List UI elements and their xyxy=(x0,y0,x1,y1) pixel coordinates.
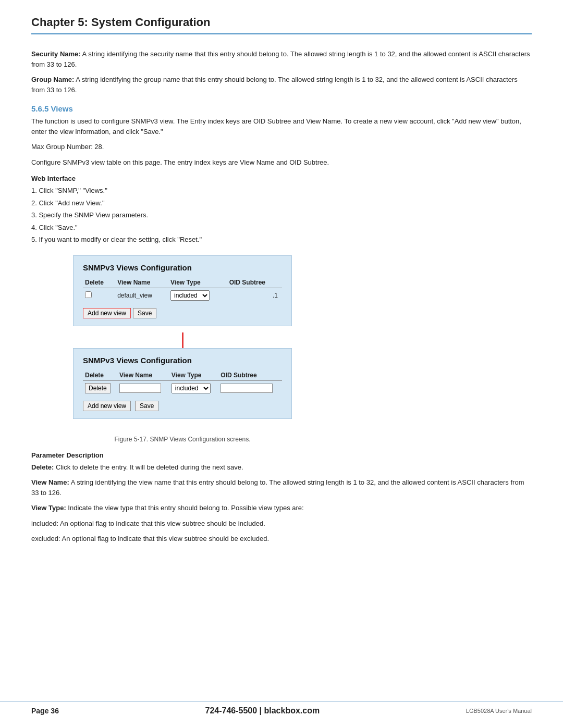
oid-subtree-input-2[interactable] xyxy=(221,384,273,393)
section-number: 5.6.5 xyxy=(31,104,48,113)
config-table-2: Delete View Name View Type OID Subtree D… xyxy=(83,370,282,396)
security-name-label: Security Name: xyxy=(31,50,81,58)
col-oid-subtree-1: OID Subtree xyxy=(227,277,282,288)
view-type-select-1[interactable]: included excluded xyxy=(170,290,210,301)
view-type-param-text: Indicate the view type that this entry s… xyxy=(68,504,303,512)
figure-caption: Figure 5-17. SNMP Views Configuration sc… xyxy=(73,436,292,443)
col-view-name-1: View Name xyxy=(115,277,168,288)
view-name-input-cell-2[interactable] xyxy=(117,380,169,396)
arrow-container xyxy=(73,332,292,348)
checkbox-cell-1[interactable] xyxy=(83,288,115,303)
view-type-select-2[interactable]: included excluded xyxy=(172,383,211,393)
col-view-type-2: View Type xyxy=(169,370,218,381)
step-5: 5. If you want to modify or clear the se… xyxy=(31,235,532,245)
config-box1-title: SNMPv3 Views Configuration xyxy=(83,263,282,272)
page-footer: Page 36 724-746-5500 | blackbox.com LGB5… xyxy=(0,701,563,715)
included-text: included: An optional flag to indicate t… xyxy=(31,519,532,529)
param-desc-heading: Parameter Description xyxy=(31,451,532,459)
step-1: 1. Click "SNMP," "Views." xyxy=(31,186,532,196)
config-box2-buttons: Add new view Save xyxy=(83,401,282,411)
section-max-group: Max Group Number: 28. xyxy=(31,142,532,152)
view-name-param-label: View Name: xyxy=(31,478,69,486)
col-delete-1: Delete xyxy=(83,277,115,288)
footer-website: blackbox.com xyxy=(264,706,320,715)
security-name-text: A string identifying the security name t… xyxy=(31,50,530,68)
security-name-para: Security Name: A string identifying the … xyxy=(31,49,532,69)
view-type-cell-2[interactable]: included excluded xyxy=(169,380,218,396)
col-view-name-2: View Name xyxy=(117,370,169,381)
delete-btn-2[interactable]: Delete xyxy=(85,383,111,393)
delete-param-para: Delete: Click to delete the entry. It wi… xyxy=(31,462,532,473)
footer-page-label: Page 36 xyxy=(31,707,59,715)
group-name-text: A string identifying the group name that… xyxy=(31,76,518,94)
table-row: default_view included excluded .1 xyxy=(83,288,282,303)
group-name-para: Group Name: A string identifying the gro… xyxy=(31,75,532,95)
col-delete-2: Delete xyxy=(83,370,117,381)
view-type-param-para: View Type: Indicate the view type that t… xyxy=(31,503,532,513)
add-new-view-btn-1[interactable]: Add new view xyxy=(83,308,131,318)
footer-center: 724-746-5500 | blackbox.com xyxy=(59,706,466,715)
view-name-param-para: View Name: A string identifying the view… xyxy=(31,477,532,498)
oid-subtree-input-cell-2[interactable] xyxy=(218,380,282,396)
delete-param-text: Click to delete the entry. It will be de… xyxy=(56,463,243,471)
chapter-title: Chapter 5: System Configuration xyxy=(31,16,210,29)
view-type-cell-1[interactable]: included excluded xyxy=(168,288,227,303)
section-desc1: The function is used to configure SNMPv3… xyxy=(31,116,532,137)
delete-btn-cell-2[interactable]: Delete xyxy=(83,380,117,396)
view-type-param-label: View Type: xyxy=(31,504,66,512)
table-row: Delete included excluded xyxy=(83,380,282,396)
group-name-label: Group Name: xyxy=(31,76,74,83)
view-name-input-2[interactable] xyxy=(119,384,161,393)
oid-subtree-cell-1: .1 xyxy=(227,288,282,303)
step-4: 4. Click "Save." xyxy=(31,223,532,233)
col-oid-subtree-2: OID Subtree xyxy=(218,370,282,381)
config-box-2: SNMPv3 Views Configuration Delete View N… xyxy=(73,348,292,419)
excluded-text: excluded: An optional flag to indicate t… xyxy=(31,534,532,544)
config-box1-buttons: Add new view Save xyxy=(83,308,282,318)
footer-separator: | xyxy=(260,706,264,715)
save-btn-2[interactable]: Save xyxy=(135,401,158,411)
section-565-heading: 5.6.5 Views xyxy=(31,104,532,113)
config-boxes-wrapper: SNMPv3 Views Configuration Delete View N… xyxy=(73,255,532,425)
footer-phone: 724-746-5500 xyxy=(205,706,257,715)
col-view-type-1: View Type xyxy=(168,277,227,288)
section-title: Views xyxy=(51,104,73,113)
delete-checkbox-1[interactable] xyxy=(85,291,92,298)
step-3: 3. Specify the SNMP View parameters. xyxy=(31,210,532,220)
config-box2-title: SNMPv3 Views Configuration xyxy=(83,356,282,365)
add-new-view-btn-2[interactable]: Add new view xyxy=(83,401,131,411)
delete-param-label: Delete: xyxy=(31,463,54,471)
view-name-cell-1: default_view xyxy=(115,288,168,303)
view-name-param-text: A string identifying the view name that … xyxy=(31,478,524,497)
chapter-header: Chapter 5: System Configuration xyxy=(31,16,532,34)
config-table-1: Delete View Name View Type OID Subtree d… xyxy=(83,277,282,303)
footer-manual: LGB5028A User's Manual xyxy=(466,708,532,714)
save-btn-1[interactable]: Save xyxy=(133,308,156,318)
arrow-line xyxy=(182,332,183,348)
config-box-1: SNMPv3 Views Configuration Delete View N… xyxy=(73,255,292,326)
section-desc2: Configure SNMPv3 view table on this page… xyxy=(31,157,532,168)
steps-list: 1. Click "SNMP," "Views." 2. Click "Add … xyxy=(31,186,532,245)
web-interface-heading: Web Interface xyxy=(31,175,532,182)
step-2: 2. Click "Add new View." xyxy=(31,198,532,208)
